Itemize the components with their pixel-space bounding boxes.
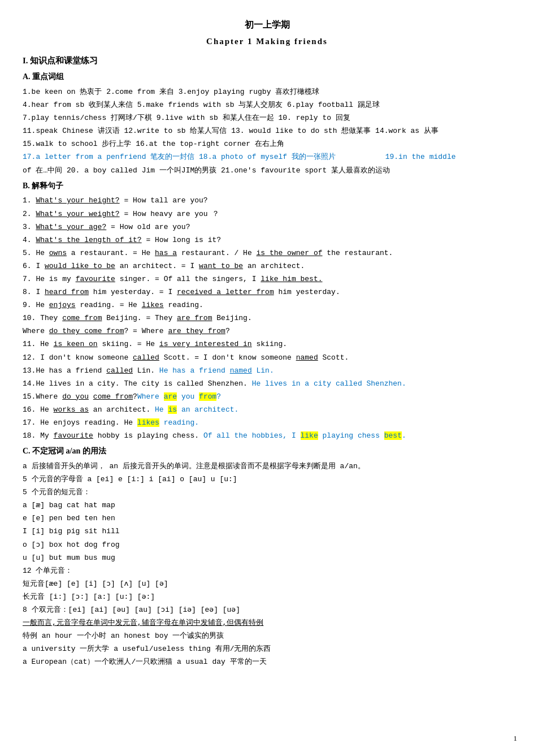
short-vowel-header: 5 个元音的短元音：: [23, 486, 511, 499]
vocab-line-7: of 在…中间 20. a boy called Jim 一个叫JIM的男孩 2…: [23, 165, 511, 177]
diphthongs: 8 个双元音：[ei] [ai] [əu] [au] [ɔi] [iə] [eə…: [23, 604, 511, 616]
vocab-line-1: 1.be keen on 热衷于 2.come from 来自 3.enjoy …: [23, 86, 511, 98]
short-vowel-i: I [i] big pig sit hill: [23, 525, 511, 538]
article-rule: a 后接辅音开头的单词， an 后接元音开头的单词。注意是根据读音而不是根据字母…: [23, 460, 511, 473]
sentence-3: 3. What's your age? = How old are you?: [23, 221, 511, 234]
long-mono-vowels: 长元音 [i:] [ɔ:] [a:] [u:] [ə:]: [23, 591, 511, 603]
vocab-line-4: 11.speak Chinese 讲汉语 12.write to sb 给某人写…: [23, 125, 511, 137]
sentence-4: 4. What's the length of it? = How long i…: [23, 234, 511, 247]
sentence-10: 10. They come from Beijing. = They are f…: [23, 312, 511, 325]
sentence-18: 18. My favourite hobby is playing chess.…: [23, 430, 511, 442]
special-example-3: a European（cat）一个欧洲人/一只欧洲猫 a usual day 平…: [23, 656, 511, 668]
vowel-letters: 5 个元音的字母音 a [ei] e [i:] i [ai] o [au] u …: [23, 473, 511, 486]
sub-header-b: B. 解释句子: [23, 179, 511, 193]
sentence-9: 9. He enjoys reading. = He likes reading…: [23, 299, 511, 312]
sentence-1: 1. What's your height? = How tall are yo…: [23, 195, 511, 207]
sentence-8: 8. I heard from him yesterday. = I recei…: [23, 286, 511, 299]
sentence-11: 11. He is keen on skiing. = He is very i…: [23, 338, 511, 351]
vocab-block: 1.be keen on 热衷于 2.come from 来自 3.enjoy …: [23, 86, 511, 177]
sentences-block: 1. What's your height? = How tall are yo…: [23, 195, 511, 442]
sentence-14: 14.He lives in a city. The city is calle…: [23, 378, 511, 390]
chapter-title: Chapter 1 Making friends: [23, 34, 511, 49]
article-usage-block: a 后接辅音开头的单词， an 后接元音开头的单词。注意是根据读音而不是根据字母…: [23, 460, 511, 669]
sentence-2: 2. What's your weight? = How heavy are y…: [23, 208, 511, 221]
sentence-7: 7. He is my favourite singer. = Of all t…: [23, 273, 511, 286]
vocab-line-6: 17.a letter from a penfriend 笔友的一封信 18.a…: [23, 151, 511, 163]
sentence-13: 13.He has a friend called Lin. He has a …: [23, 365, 511, 377]
sentence-16: 16. He works as an architect. He is an a…: [23, 404, 511, 416]
sentence-15: 15.Where do you come from?Where are you …: [23, 391, 511, 403]
short-vowel-a: a [æ] bag cat hat map: [23, 499, 511, 512]
sentence-5: 5. He owns a restaurant. = He has a rest…: [23, 247, 511, 260]
sentence-where: Where do they come from? = Where are the…: [23, 325, 511, 338]
sentence-17: 17. He enjoys reading. He likes reading.: [23, 417, 511, 429]
special-example-1: 特例 an hour 一个小时 an honest boy 一个诚实的男孩: [23, 630, 511, 642]
short-vowel-u: u [u] but mum bus mug: [23, 552, 511, 564]
vocab-line-3: 7.play tennis/chess 打网球/下棋 9.live with s…: [23, 112, 511, 124]
mono-vowel-header: 12 个单元音：: [23, 565, 511, 577]
sub-header-c: C. 不定冠词 a/an 的用法: [23, 444, 511, 458]
vocab-line-2: 4.hear from sb 收到某人来信 5.make friends wit…: [23, 99, 511, 111]
short-vowel-o: o [ɔ] box hot dog frog: [23, 539, 511, 551]
short-vowel-e: e [e] pen bed ten hen: [23, 512, 511, 525]
general-rule: 一般而言,元音字母在单词中发元音,辅音字母在单词中发辅音,但偶有特例: [23, 617, 511, 629]
vocab-line-5: 15.walk to school 步行上学 16.at the top-rig…: [23, 138, 511, 150]
special-example-2: a university 一所大学 a useful/useless thing…: [23, 643, 511, 655]
sub-header-a: A. 重点词组: [23, 70, 511, 84]
short-mono-vowels: 短元音[æe] [e] [i] [ɔ] [ʌ] [u] [ə]: [23, 578, 511, 590]
section1-header: I. 知识点和课堂练习: [23, 54, 511, 68]
sentence-6: 6. I would like to be an architect. = I …: [23, 260, 511, 273]
page-title: 初一上学期: [23, 17, 511, 32]
sentence-12: 12. I don't know someone called Scott. =…: [23, 352, 511, 364]
